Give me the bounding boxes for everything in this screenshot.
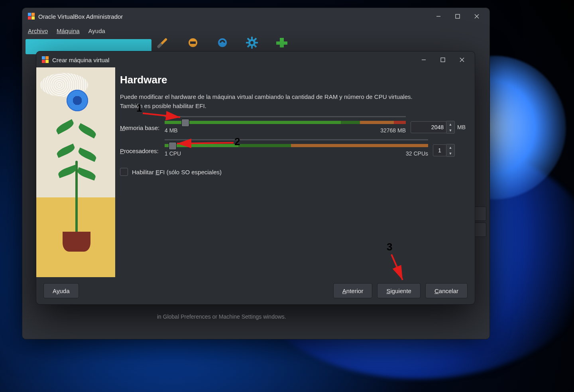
- menu-archivo[interactable]: Archivo: [28, 28, 48, 34]
- dialog-maximize-button[interactable]: [433, 53, 452, 67]
- spinner-down-icon[interactable]: ▼: [446, 150, 454, 156]
- spinner-up-icon[interactable]: ▲: [446, 121, 454, 127]
- dialog-close-button[interactable]: [452, 53, 472, 67]
- dialog-description: Puede modificar el hardware de la máquin…: [120, 93, 423, 110]
- status-text: in Global Preferences or Machine Setting…: [157, 313, 286, 320]
- back-button[interactable]: Anterior: [333, 283, 373, 298]
- virtualbox-logo-icon: [28, 13, 35, 20]
- main-minimize-button[interactable]: [429, 9, 448, 24]
- tool-show-icon: [216, 37, 230, 49]
- svg-rect-2: [190, 41, 196, 44]
- svg-rect-0: [456, 14, 460, 18]
- cpu-min: 1 CPU: [165, 150, 181, 157]
- memory-value-input[interactable]: [411, 121, 446, 133]
- main-menubar: Archivo Máquina Ayuda: [22, 25, 489, 37]
- main-window-title: Oracle VirtualBox Administrador: [38, 13, 123, 20]
- memory-max: 32768 MB: [380, 127, 406, 134]
- svg-point-9: [250, 41, 254, 44]
- annotation-arrow-2: [175, 140, 238, 149]
- cpu-spinner[interactable]: ▲▼: [446, 144, 455, 157]
- cancel-button[interactable]: Cancelar: [425, 283, 468, 298]
- menu-ayuda[interactable]: Ayuda: [88, 28, 105, 34]
- details-panel-button-1[interactable]: [474, 207, 486, 221]
- memory-min: 4 MB: [165, 127, 178, 134]
- annotation-1: 1: [136, 102, 142, 114]
- main-toolbar: [157, 37, 289, 49]
- annotation-arrow-3: [389, 253, 413, 286]
- dialog-sidebar-illustration: [36, 67, 115, 277]
- tool-add-icon: [275, 37, 289, 49]
- details-panel-button-2[interactable]: [474, 223, 486, 237]
- cpu-value-input[interactable]: [433, 144, 446, 156]
- memory-unit: MB: [457, 124, 468, 130]
- help-button[interactable]: Ayuda: [43, 283, 79, 298]
- efi-row: Habilitar EFI (sólo SO especiales): [120, 168, 468, 176]
- annotation-arrow-1: [142, 111, 186, 124]
- memory-label: Memoria base:: [120, 124, 165, 131]
- svg-rect-11: [276, 41, 287, 45]
- svg-line-14: [177, 143, 234, 144]
- tool-settings-icon: [157, 37, 171, 49]
- tool-discard-icon: [187, 37, 200, 49]
- main-maximize-button[interactable]: [448, 9, 467, 24]
- spinner-down-icon[interactable]: ▼: [446, 127, 454, 133]
- svg-line-13: [143, 113, 180, 117]
- dialog-title: Crear máquina virtual: [52, 57, 109, 63]
- cpu-row: Procesadores: 1 CPU 32 CPUs: [120, 144, 468, 157]
- main-titlebar[interactable]: Oracle VirtualBox Administrador: [22, 8, 489, 25]
- dialog-titlebar[interactable]: Crear máquina virtual: [36, 51, 475, 68]
- spinner-up-icon[interactable]: ▲: [446, 144, 454, 150]
- svg-rect-12: [441, 58, 445, 62]
- efi-checkbox[interactable]: [120, 168, 128, 176]
- svg-line-15: [391, 254, 403, 280]
- cpu-max: 32 CPUs: [406, 150, 428, 157]
- menu-maquina[interactable]: Máquina: [57, 28, 80, 34]
- memory-slider[interactable]: [165, 121, 406, 124]
- efi-label: Habilitar EFI (sólo SO especiales): [132, 169, 222, 175]
- svg-point-3: [218, 38, 227, 47]
- memory-spinner[interactable]: ▲▼: [446, 121, 455, 134]
- dialog-heading: Hardware: [120, 74, 468, 86]
- virtualbox-logo-icon: [42, 56, 49, 63]
- tool-gear-icon: [246, 37, 259, 49]
- annotation-3: 3: [387, 241, 392, 253]
- dialog-minimize-button[interactable]: [414, 53, 433, 67]
- cpu-label: Procesadores:: [120, 147, 165, 154]
- main-close-button[interactable]: [467, 9, 486, 24]
